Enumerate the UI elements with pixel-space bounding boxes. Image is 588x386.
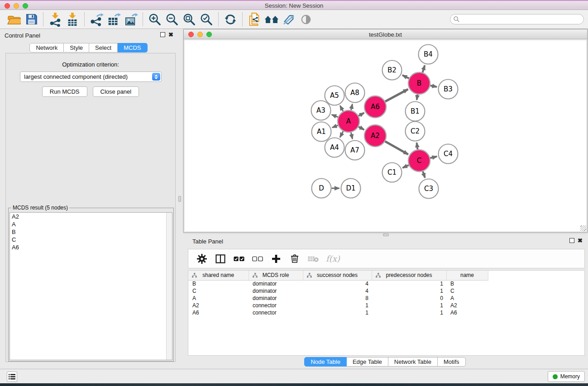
create-column-button[interactable] xyxy=(270,253,282,265)
table-cell[interactable]: 0 xyxy=(372,295,446,302)
column-header-name[interactable]: name xyxy=(446,271,488,280)
split-divider-grip[interactable] xyxy=(178,196,181,202)
node-D1[interactable]: D1 xyxy=(341,179,361,198)
run-mcds-button[interactable]: Run MCDS xyxy=(42,86,87,97)
zoom-out-button[interactable] xyxy=(163,11,181,28)
zoom-selected-button[interactable] xyxy=(198,11,215,28)
export-image-button[interactable] xyxy=(122,11,139,28)
table-row[interactable]: Adominator80A xyxy=(188,295,488,302)
edge-A-A1[interactable] xyxy=(332,125,338,128)
table-row[interactable]: A2connector11A2 xyxy=(188,302,488,309)
tab-select[interactable]: Select xyxy=(89,43,118,52)
memory-button[interactable]: Memory xyxy=(548,371,585,382)
mcds-result-item[interactable]: B xyxy=(10,228,172,236)
node-C[interactable]: C xyxy=(408,150,430,172)
table-cell[interactable]: A6 xyxy=(188,309,249,316)
node-D[interactable]: D xyxy=(312,179,331,198)
window-resize-grip[interactable] xyxy=(580,225,586,231)
table-cell[interactable]: 1 xyxy=(372,302,446,309)
tab-node-table[interactable]: Node Table xyxy=(304,357,347,367)
first-neighbors-button[interactable] xyxy=(263,11,280,28)
node-C3[interactable]: C3 xyxy=(419,179,439,199)
import-network-button[interactable] xyxy=(47,11,64,28)
edge-A6-B[interactable] xyxy=(385,89,408,101)
toggle-column-panel-button[interactable] xyxy=(215,253,226,265)
search-input[interactable] xyxy=(450,14,584,24)
node-C2[interactable]: C2 xyxy=(406,122,425,141)
save-session-button[interactable] xyxy=(23,11,40,28)
tab-network[interactable]: Network xyxy=(29,43,64,52)
node-A2[interactable]: A2 xyxy=(364,125,386,147)
node-B1[interactable]: B1 xyxy=(406,102,425,121)
edge-C-C3[interactable] xyxy=(423,172,425,178)
import-table-button[interactable] xyxy=(64,11,81,28)
column-header-shared-name[interactable]: shared name xyxy=(188,271,249,280)
node-A6[interactable]: A6 xyxy=(364,96,386,118)
refresh-button[interactable] xyxy=(222,11,239,28)
zoom-fit-button[interactable] xyxy=(181,11,198,28)
edge-B-B4[interactable] xyxy=(422,65,425,72)
node-B2[interactable]: B2 xyxy=(382,61,402,80)
edge-B-B2[interactable] xyxy=(402,75,409,78)
node-A4[interactable]: A4 xyxy=(325,138,344,157)
table-row[interactable]: Cdominator41C xyxy=(188,287,488,295)
delete-table-button[interactable] xyxy=(307,253,319,265)
node-B3[interactable]: B3 xyxy=(439,80,458,99)
task-history-button[interactable] xyxy=(7,372,17,382)
node-C1[interactable]: C1 xyxy=(382,163,402,182)
node-A7[interactable]: A7 xyxy=(345,141,365,160)
tab-network-table[interactable]: Network Table xyxy=(388,357,438,367)
edge-A-A2[interactable] xyxy=(359,127,364,130)
table-cell[interactable]: C xyxy=(446,287,488,295)
select-all-button[interactable] xyxy=(233,253,245,265)
table-cell[interactable]: 8 xyxy=(303,295,372,302)
table-cell[interactable]: 1 xyxy=(372,287,446,295)
table-cell[interactable]: dominator xyxy=(249,295,303,302)
table-cell[interactable]: A2 xyxy=(188,302,249,309)
tab-edge-table[interactable]: Edge Table xyxy=(347,357,388,367)
table-cell[interactable]: 1 xyxy=(303,309,372,316)
result-scrollbar[interactable] xyxy=(166,213,172,360)
edge-B-B1[interactable] xyxy=(417,95,418,100)
table-cell[interactable]: A xyxy=(446,295,488,302)
export-table-button[interactable] xyxy=(105,11,122,28)
node-C4[interactable]: C4 xyxy=(439,144,458,164)
table-row[interactable]: Bdominator41B xyxy=(188,280,488,287)
function-builder-icon[interactable]: f(x) xyxy=(326,254,340,263)
delete-column-button[interactable] xyxy=(289,253,301,265)
deselect-all-button[interactable] xyxy=(252,253,263,265)
zoom-in-button[interactable] xyxy=(146,11,163,28)
network-canvas[interactable]: B4B2BB3A5A8A6B1A3AC2A1A2A4A7CC4C1C3DD1 xyxy=(184,39,587,232)
close-table-panel-icon[interactable]: ✖ xyxy=(578,238,583,243)
table-cell[interactable]: connector xyxy=(249,309,303,316)
mcds-result-list[interactable]: A2ABCA6 xyxy=(10,212,172,360)
node-A5[interactable]: A5 xyxy=(325,86,344,105)
table-cell[interactable]: dominator xyxy=(249,280,303,287)
export-network-button[interactable] xyxy=(88,11,105,28)
table-cell[interactable]: 1 xyxy=(372,280,446,287)
close-panel-icon[interactable]: ✖ xyxy=(168,32,173,37)
node-A1[interactable]: A1 xyxy=(312,122,331,142)
edge-A-A7[interactable] xyxy=(351,132,352,139)
table-cell[interactable]: 1 xyxy=(303,302,372,309)
node-A3[interactable]: A3 xyxy=(311,101,331,120)
table-cell[interactable]: B xyxy=(446,280,488,287)
column-header-predecessor-nodes[interactable]: predecessor nodes xyxy=(372,271,446,280)
mcds-result-item[interactable]: A2 xyxy=(10,213,172,220)
column-header-mcds-role[interactable]: MCDS role xyxy=(249,271,303,280)
edge-C-C1[interactable] xyxy=(402,165,409,168)
mcds-result-item[interactable]: A xyxy=(10,220,172,228)
edge-A-A6[interactable] xyxy=(359,113,364,116)
close-panel-button[interactable]: Close panel xyxy=(93,86,139,97)
column-header-successor-nodes[interactable]: successor nodes xyxy=(303,271,372,280)
float-table-panel-icon[interactable] xyxy=(569,238,574,243)
table-cell[interactable]: 4 xyxy=(303,280,372,287)
node-B[interactable]: B xyxy=(408,72,430,94)
hide-labels-button[interactable] xyxy=(280,11,297,28)
node-A[interactable]: A xyxy=(338,110,359,132)
tab-mcds[interactable]: MCDS xyxy=(118,43,147,52)
edge-A-A4[interactable] xyxy=(340,131,343,137)
table-cell[interactable]: C xyxy=(188,287,249,295)
edge-A-A5[interactable] xyxy=(340,105,343,111)
table-cell[interactable]: A6 xyxy=(446,309,488,316)
